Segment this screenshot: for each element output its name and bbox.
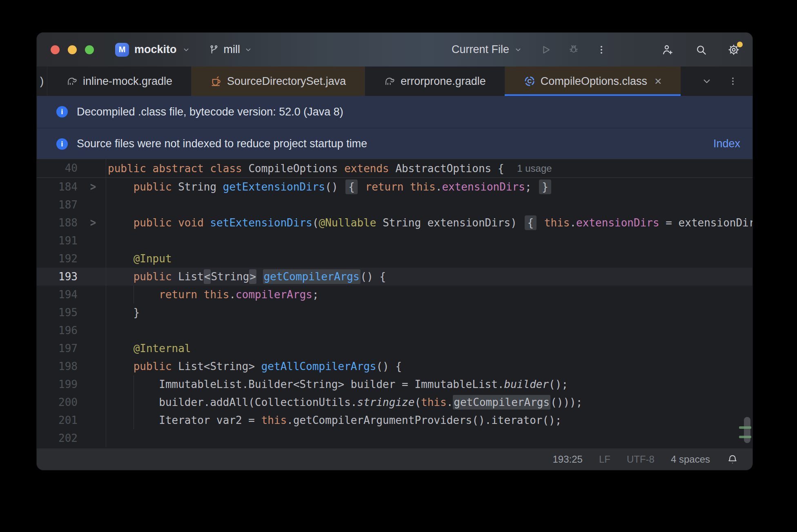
banner-text: Source files were not indexed to reduce … [77, 137, 367, 150]
tab-strip: )inline-mock.gradleSourceDirectorySet.ja… [37, 66, 687, 96]
line-number[interactable]: 196 [37, 321, 78, 339]
code-editor[interactable]: 40 public abstract class CompileOptions … [37, 159, 752, 448]
tab-partial[interactable]: ) [37, 66, 47, 96]
code-line-194[interactable]: 194 return this.compilerArgs; [37, 286, 752, 304]
code-line-195[interactable]: 195 } [37, 304, 752, 321]
tab-inline-mock.gradle[interactable]: inline-mock.gradle [47, 66, 191, 96]
line-number[interactable]: 191 [37, 232, 78, 250]
line-number[interactable]: 202 [37, 429, 78, 447]
sticky-header-line[interactable]: 40 public abstract class CompileOptions … [37, 159, 752, 178]
notifications-bell-icon[interactable] [726, 453, 739, 466]
code-text[interactable]: ImmutableList.Builder<String> builder = … [106, 375, 752, 393]
line-number[interactable]: 194 [37, 286, 78, 304]
settings-notification-badge [737, 42, 743, 47]
run-configuration-label: Current File [452, 43, 509, 56]
code-line-187[interactable]: 187 [37, 196, 752, 214]
search-icon[interactable] [694, 42, 708, 57]
code-text[interactable]: return this.compilerArgs; [106, 286, 752, 304]
line-number[interactable]: 40 [37, 159, 78, 177]
line-number[interactable]: 184 [37, 178, 78, 196]
titlebar-right-actions [660, 42, 740, 57]
code-text[interactable] [106, 429, 752, 447]
usage-count-hint[interactable]: 1 usage [517, 163, 552, 174]
scrollbar-usage-mark[interactable] [739, 436, 751, 438]
code-text[interactable]: @Internal [106, 339, 752, 357]
fold-gutter [78, 357, 106, 375]
zoom-window-button[interactable] [85, 45, 94, 54]
scrollbar-usage-mark[interactable] [739, 426, 751, 429]
indent-guide [134, 286, 134, 304]
line-number[interactable]: 201 [37, 411, 78, 429]
info-icon [56, 138, 68, 150]
line-number[interactable]: 198 [37, 357, 78, 375]
fold-chevron-icon[interactable] [78, 214, 106, 232]
hidden-tabs-chevron-icon[interactable] [699, 74, 714, 89]
code-line-188[interactable]: 188 public void setExtensionDirs(@Nullab… [37, 214, 752, 232]
close-window-button[interactable] [51, 45, 60, 54]
tab-label: SourceDirectorySet.java [227, 75, 346, 88]
settings-button[interactable] [727, 43, 740, 56]
debug-button[interactable] [566, 42, 581, 57]
tab-SourceDirectorySet.java[interactable]: SourceDirectorySet.java [191, 66, 365, 96]
class-icon: C [523, 75, 536, 87]
code-line-202[interactable]: 202 [37, 429, 752, 447]
more-actions-button[interactable] [594, 42, 609, 57]
tab-options-kebab-icon[interactable] [726, 74, 740, 89]
code-text[interactable]: @Input [106, 250, 752, 268]
tab-CompileOptions.class[interactable]: CCompileOptions.class [505, 66, 681, 96]
code-line-200[interactable]: 200 builder.addAll(CollectionUtils.strin… [37, 393, 752, 411]
run-button[interactable] [539, 42, 553, 57]
code-text[interactable]: public List<String> getCompilerArgs() { [106, 268, 752, 286]
code-text[interactable]: builder.addAll(CollectionUtils.stringize… [106, 393, 752, 411]
line-number[interactable]: 193 [37, 268, 78, 286]
code-line-193[interactable]: 193 public List<String> getCompilerArgs(… [37, 268, 752, 286]
code-text[interactable] [106, 232, 752, 250]
code-line-198[interactable]: 198 public List<String> getAllCompilerAr… [37, 357, 752, 375]
code-line-197[interactable]: 197 @Internal [37, 339, 752, 357]
line-number[interactable]: 195 [37, 304, 78, 321]
run-configuration-selector[interactable]: Current File [452, 43, 522, 56]
fold-gutter [78, 429, 106, 447]
code-line-199[interactable]: 199 ImmutableList.Builder<String> builde… [37, 375, 752, 393]
indent-indicator[interactable]: 4 spaces [671, 454, 710, 465]
code-text[interactable]: Iterator var2 = this.getCompilerArgument… [106, 411, 752, 429]
banner-text: Decompiled .class file, bytecode version… [77, 106, 343, 118]
code-line-201[interactable]: 201 Iterator var2 = this.getCompilerArgu… [37, 411, 752, 429]
close-tab-icon[interactable] [655, 75, 662, 87]
code-line-191[interactable]: 191 [37, 232, 752, 250]
sticky-code-text: public abstract class CompileOptions ext… [106, 160, 510, 177]
code-text[interactable] [106, 196, 752, 214]
code-text[interactable]: public List<String> getAllCompilerArgs()… [106, 357, 752, 375]
code-text[interactable]: public String getExtensionDirs() { retur… [106, 178, 752, 196]
tab-errorprone.gradle[interactable]: errorprone.gradle [365, 66, 505, 96]
code-text[interactable]: } [106, 304, 752, 321]
fold-chevron-icon[interactable] [78, 178, 106, 196]
index-link[interactable]: Index [713, 137, 740, 150]
scrollbar-thumb[interactable] [744, 417, 750, 443]
fold-gutter [78, 393, 106, 411]
line-number[interactable]: 199 [37, 375, 78, 393]
titlebar: M mockito mill Current File [37, 33, 752, 66]
minimize-window-button[interactable] [68, 45, 77, 54]
encoding-indicator[interactable]: UTF-8 [627, 454, 655, 465]
code-text[interactable]: public void setExtensionDirs(@Nullable S… [106, 214, 752, 232]
line-number[interactable]: 192 [37, 250, 78, 268]
code-with-me-icon[interactable] [660, 42, 675, 57]
line-number[interactable]: 200 [37, 393, 78, 411]
code-line-196[interactable]: 196 [37, 321, 752, 339]
line-number[interactable]: 188 [37, 214, 78, 232]
code-line-184[interactable]: 184 public String getExtensionDirs() { r… [37, 178, 752, 196]
project-selector[interactable]: M mockito [115, 43, 190, 57]
line-number[interactable]: 197 [37, 339, 78, 357]
line-ending-indicator[interactable]: LF [599, 454, 610, 465]
caret-position[interactable]: 193:25 [553, 454, 583, 465]
code-line-192[interactable]: 192 @Input [37, 250, 752, 268]
branch-selector[interactable]: mill [208, 43, 253, 56]
fold-gutter [78, 411, 106, 429]
line-number[interactable]: 187 [37, 196, 78, 214]
chevron-down-icon [514, 46, 522, 54]
indexing-banner: Source files were not indexed to reduce … [37, 128, 752, 159]
fold-gutter [78, 196, 106, 214]
code-text[interactable] [106, 321, 752, 339]
project-icon: M [115, 43, 129, 57]
